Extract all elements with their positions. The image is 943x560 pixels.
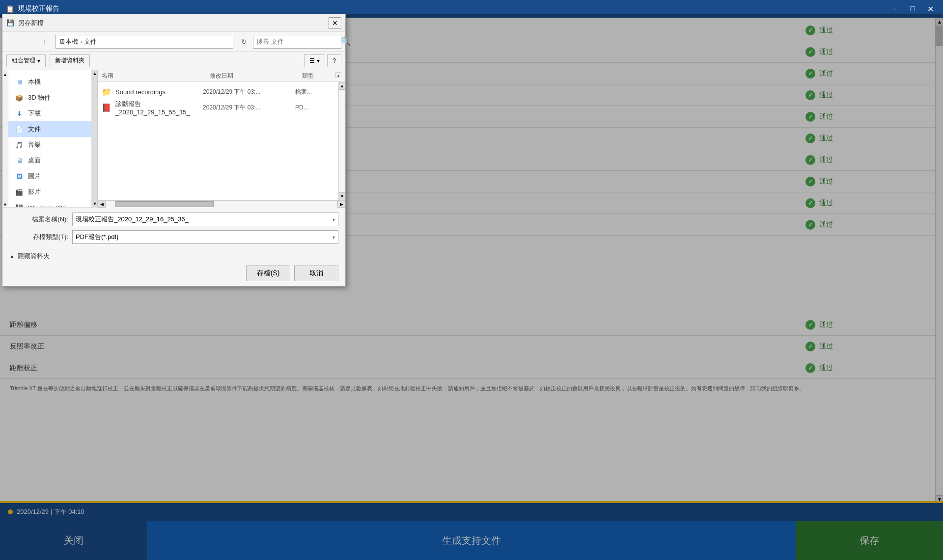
filename-value: 現場校正報告_2020_12_29_16_25_36_ (76, 215, 189, 224)
dialog-nav-toolbar: ← → ↑ 🖥 本機 › 文件 ↻ 🔍 (2, 32, 345, 52)
video-icon: 🎬 (14, 188, 24, 196)
sidebar-item-documents[interactable]: 📄 文件 (8, 121, 91, 137)
dialog-close-button[interactable]: ✕ (329, 17, 341, 29)
desktop-icon: 🖥 (14, 157, 24, 164)
refresh-button[interactable]: ↻ (237, 35, 251, 49)
dialog-title-area: 💾 另存新檔 (6, 19, 44, 27)
file-name: Sound recordings (115, 88, 199, 96)
filename-dropdown[interactable]: 現場校正報告_2020_12_29_16_25_36_ ▾ (72, 213, 338, 226)
filename-row: 檔案名稱(N): 現場校正報告_2020_12_29_16_25_36_ ▾ (9, 213, 338, 226)
nav-up-button[interactable]: ↑ (38, 35, 52, 49)
download-icon: ⬇ (14, 109, 24, 117)
path-icon: 🖥 (59, 38, 65, 45)
view-options-button[interactable]: ☰ ▾ (304, 54, 325, 67)
hscroll-left[interactable]: ◀ (98, 201, 106, 208)
filetype-label: 存檔類型(T): (9, 233, 68, 241)
help-button[interactable]: ? (327, 54, 341, 67)
filetype-dropdown-arrow: ▾ (333, 235, 335, 240)
actionbar-right: ☰ ▾ ? (304, 54, 341, 67)
filelist-content: 📁 Sound recordings 2020/12/29 下午 03:... … (98, 82, 338, 200)
dialog-file-browser: ▲ ▼ 🖥 本機 📦 3D 物件 ⬇ 下載 📄 (2, 70, 345, 208)
filelist-vertical-scrollbar[interactable]: ▲ ▼ (338, 82, 345, 200)
filelist-scroll-area: 📁 Sound recordings 2020/12/29 下午 03:... … (98, 82, 345, 200)
pdf-icon: 📕 (102, 103, 111, 112)
documents-icon: 📄 (14, 125, 24, 133)
search-box[interactable]: 🔍 (253, 35, 341, 49)
search-icon[interactable]: 🔍 (341, 37, 351, 46)
filelist-scroll-track (339, 90, 345, 192)
resize-down[interactable]: ▼ (93, 201, 97, 206)
filelist-scroll-down[interactable]: ▼ (339, 192, 345, 200)
dialog-action-buttons: 存檔(S) 取消 (2, 263, 345, 286)
hidden-folders-label: 隱藏資料夾 (18, 252, 50, 261)
hidden-folders-toggle[interactable]: ▲ 隱藏資料夾 (2, 249, 345, 263)
list-item[interactable]: 📁 Sound recordings 2020/12/29 下午 03:... … (98, 84, 338, 100)
sidebar-item-music[interactable]: 🎵 音樂 (8, 137, 91, 153)
organize-button[interactable]: 組合管理 ▾ (6, 54, 46, 67)
path-breadcrumb[interactable]: 🖥 本機 › 文件 (55, 35, 233, 49)
filetype-dropdown[interactable]: PDF報告(*.pdf) ▾ (72, 230, 338, 244)
nav-forward-button[interactable]: → (22, 35, 36, 49)
hscroll-right[interactable]: ▶ (337, 201, 345, 208)
windows-drive-icon: 💾 (14, 204, 24, 207)
music-icon: 🎵 (14, 141, 24, 149)
filetype-value: PDF報告(*.pdf) (76, 233, 118, 241)
sort-arrow[interactable]: ▲ (335, 72, 341, 78)
dialog-title: 另存新檔 (18, 19, 44, 27)
dialog-filename-section: 檔案名稱(N): 現場校正報告_2020_12_29_16_25_36_ ▾ 存… (2, 208, 345, 249)
new-folder-button[interactable]: 新增資料夾 (50, 54, 90, 67)
sidebar-item-pictures[interactable]: 🖼 圖片 (8, 168, 91, 184)
filelist-scroll-up[interactable]: ▲ (339, 82, 345, 90)
view-icon: ☰ (309, 57, 315, 64)
save-icon: 💾 (6, 19, 14, 27)
filetype-row: 存檔類型(T): PDF報告(*.pdf) ▾ (9, 230, 338, 244)
sidebar-item-videos[interactable]: 🎬 影片 (8, 184, 91, 200)
app-icon: 📋 (6, 5, 14, 13)
file-date: 2020/12/29 下午 03:... (203, 104, 291, 112)
app-title: 現場校正報告 (18, 4, 59, 13)
hscroll-thumb[interactable] (115, 201, 214, 207)
computer-icon: 🖥 (14, 78, 24, 86)
sidebar-item-downloads[interactable]: ⬇ 下載 (8, 106, 91, 121)
3d-icon: 📦 (14, 94, 24, 102)
dialog-titlebar: 💾 另存新檔 ✕ (2, 14, 345, 32)
dialog-filelist: 名稱 修改日期 類型 ▲ 📁 Sound recordings 2020/12/… (98, 70, 345, 207)
titlebar-left: 📋 現場校正報告 (6, 4, 59, 13)
col-name-header[interactable]: 名稱 (102, 72, 206, 80)
col-date-header[interactable]: 修改日期 (210, 72, 298, 80)
hscroll-track (106, 201, 337, 208)
sidebar-item-windows-c[interactable]: 💾 Windows (C:) (8, 200, 91, 207)
sidebar-scroll-down[interactable]: ▼ (3, 202, 7, 207)
collapse-arrow-icon: ▲ (9, 253, 15, 259)
resize-up[interactable]: ▲ (93, 71, 97, 76)
sidebar-scroll-buttons: ▲ ▼ (2, 70, 8, 207)
filelist-horizontal-scrollbar[interactable]: ◀ ▶ (98, 200, 345, 207)
actionbar-left: 組合管理 ▾ 新增資料夾 (6, 54, 90, 67)
sidebar-item-3d[interactable]: 📦 3D 物件 (8, 90, 91, 106)
sidebar-scroll-up[interactable]: ▲ (3, 72, 7, 77)
dropdown-arrow-icon: ▾ (37, 57, 40, 64)
filelist-header: 名稱 修改日期 類型 ▲ (98, 70, 345, 82)
dialog-save-button[interactable]: 存檔(S) (246, 266, 290, 281)
filename-dropdown-arrow: ▾ (333, 217, 335, 222)
save-as-dialog: 💾 另存新檔 ✕ ← → ↑ 🖥 本機 › 文件 ↻ 🔍 組合管理 ▾ (2, 14, 346, 287)
view-dropdown-icon: ▾ (317, 57, 320, 64)
dialog-cancel-button[interactable]: 取消 (294, 266, 338, 281)
file-date: 2020/12/29 下午 03:... (203, 88, 291, 96)
search-input[interactable] (256, 38, 339, 45)
path-part-machine: 本機 (65, 37, 78, 46)
list-item[interactable]: 📕 診斷報告_2020_12_29_15_55_15_ 2020/12/29 下… (98, 100, 338, 115)
dialog-actionbar: 組合管理 ▾ 新增資料夾 ☰ ▾ ? (2, 52, 345, 70)
filelist-body: 📁 Sound recordings 2020/12/29 下午 03:... … (98, 82, 338, 117)
sidebar-item-desktop[interactable]: 🖥 桌面 (8, 153, 91, 168)
sidebar-resize-handle[interactable]: ▲ ▼ (92, 70, 98, 207)
nav-back-button[interactable]: ← (6, 35, 20, 49)
folder-icon: 📁 (102, 87, 111, 97)
pictures-icon: 🖼 (14, 172, 24, 180)
sidebar-item-computer[interactable]: 🖥 本機 (8, 74, 91, 90)
file-type: 檔案... (295, 88, 334, 96)
filename-label: 檔案名稱(N): (9, 215, 68, 224)
file-type: PD... (295, 104, 334, 111)
dialog-sidebar: 🖥 本機 📦 3D 物件 ⬇ 下載 📄 文件 🎵 音樂 (8, 70, 92, 207)
path-part-documents: 文件 (84, 37, 97, 46)
